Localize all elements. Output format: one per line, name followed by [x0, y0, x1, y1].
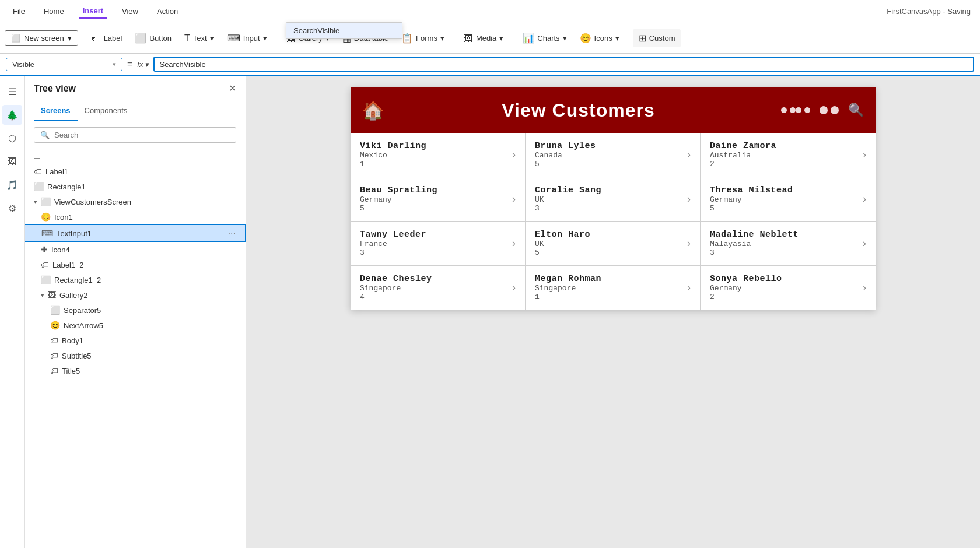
- autocomplete-item[interactable]: SearchVisible: [286, 23, 402, 38]
- dot-6: [831, 106, 839, 114]
- customer-country: Australia: [710, 151, 858, 160]
- label-btn-text: Label: [104, 34, 123, 43]
- home-icon[interactable]: 🏠: [362, 100, 384, 121]
- sidebar-components-icon[interactable]: 🎵: [2, 175, 22, 195]
- menu-action[interactable]: Action: [153, 5, 181, 18]
- customer-cell[interactable]: Beau Spratling Germany 5 ›: [351, 177, 526, 222]
- customer-info: Sonya Rebello Germany 2: [710, 274, 858, 301]
- dot-3: [796, 107, 802, 113]
- formula-fx-group[interactable]: fx ▾: [137, 60, 149, 69]
- customer-arrow-icon: ›: [863, 149, 866, 161]
- rectangle1-2-text: Rectangle1_2: [54, 276, 236, 284]
- customer-number: 2: [710, 293, 858, 301]
- formula-cursor: [968, 59, 968, 69]
- tree-search-box[interactable]: 🔍: [34, 127, 236, 143]
- icons-chevron: ▾: [615, 34, 620, 43]
- app-header-title: View Customers: [384, 100, 773, 121]
- formula-input-container[interactable]: SearchVisible: [153, 57, 974, 72]
- nextarrow5-text: NextArrow5: [64, 321, 236, 330]
- text-btn-text: Text: [193, 34, 207, 43]
- tree-item-viewcustomers[interactable]: ▾ ⬜ ViewCustomersScreen: [24, 194, 246, 209]
- menu-bar: File Home Insert View Action FirstCanvas…: [0, 0, 980, 23]
- forms-button[interactable]: 📋 Forms ▾: [396, 29, 450, 47]
- tree-item-label1-2[interactable]: 🏷 Label1_2: [24, 257, 246, 272]
- customer-cell[interactable]: Viki Darling Mexico 1 ›: [351, 133, 526, 177]
- customer-cell[interactable]: Elton Haro UK 5 ›: [526, 222, 701, 266]
- sidebar-tree-icon[interactable]: 🌲: [2, 105, 22, 125]
- search-header-icon[interactable]: 🔍: [848, 103, 864, 118]
- charts-button[interactable]: 📊 Charts ▾: [517, 29, 572, 47]
- textinput1-more-icon[interactable]: ···: [228, 228, 236, 238]
- customer-cell[interactable]: Daine Zamora Australia 2 ›: [701, 133, 876, 177]
- customer-name: Sonya Rebello: [710, 274, 858, 284]
- tree-tabs: Screens Components: [24, 101, 246, 121]
- sidebar-menu-icon[interactable]: ☰: [2, 82, 22, 101]
- menu-file[interactable]: File: [9, 5, 29, 18]
- customer-arrow-icon: ›: [512, 193, 516, 205]
- menu-home[interactable]: Home: [40, 5, 68, 18]
- customer-country: Singapore: [360, 284, 508, 293]
- customer-name: Coralie Sang: [535, 185, 682, 195]
- icons-button[interactable]: 😊 Icons ▾: [574, 29, 625, 47]
- tree-collapse-row[interactable]: —: [24, 151, 246, 164]
- text-button[interactable]: T Text ▾: [178, 30, 220, 47]
- separator5-icon: ⬜: [50, 305, 60, 315]
- label1-text: Label1: [46, 167, 236, 176]
- formula-fx-chevron: ▾: [145, 60, 149, 69]
- tree-item-gallery2[interactable]: ▾ 🖼 Gallery2: [24, 287, 246, 303]
- customer-cell[interactable]: Thresa Milstead Germany 5 ›: [701, 177, 876, 222]
- tree-item-rectangle1-2[interactable]: ⬜ Rectangle1_2: [24, 272, 246, 287]
- tree-item-icon1[interactable]: 😊 Icon1: [24, 209, 246, 224]
- customer-name: Denae Chesley: [360, 274, 508, 284]
- sidebar-media-icon[interactable]: 🖼: [2, 152, 22, 171]
- tree-close-button[interactable]: ✕: [229, 83, 236, 94]
- new-screen-button[interactable]: ⬜ New screen ▾: [5, 30, 78, 46]
- customer-info: Tawny Leeder France 3: [360, 230, 508, 257]
- customer-cell[interactable]: Megan Rohman Singapore 1 ›: [526, 266, 701, 310]
- customer-arrow-icon: ›: [687, 193, 691, 205]
- sidebar-datasource-icon[interactable]: ⬡: [2, 128, 22, 148]
- menu-insert[interactable]: Insert: [79, 4, 107, 19]
- custom-btn-text: Custom: [649, 34, 676, 43]
- tree-item-body1[interactable]: 🏷 Body1: [24, 333, 246, 348]
- dot-5: [820, 106, 828, 114]
- tab-screens[interactable]: Screens: [34, 101, 78, 121]
- new-screen-icon: ⬜: [11, 34, 20, 43]
- customer-country: Singapore: [535, 284, 682, 293]
- formula-fx-label: fx: [137, 60, 143, 69]
- custom-button[interactable]: ⊞ Custom: [633, 29, 681, 47]
- sidebar-settings-icon[interactable]: ⚙: [2, 198, 22, 218]
- label-button[interactable]: 🏷 Label: [86, 30, 128, 47]
- formula-property[interactable]: Visible ▾: [6, 58, 123, 71]
- media-icon: 🖼: [464, 33, 473, 44]
- media-button[interactable]: 🖼 Media ▾: [458, 30, 509, 47]
- customer-name: Beau Spratling: [360, 185, 508, 195]
- tree-item-rectangle1[interactable]: ⬜ Rectangle1: [24, 179, 246, 194]
- subtitle5-text: Subtitle5: [62, 352, 236, 360]
- tree-content: — 🏷 Label1 ⬜ Rectangle1 ▾ ⬜ ViewCustomer…: [24, 149, 246, 548]
- icon1-text: Icon1: [54, 213, 236, 222]
- autocomplete-dropdown: SearchVisible: [286, 22, 402, 39]
- customer-cell[interactable]: Tawny Leeder France 3 ›: [351, 222, 526, 266]
- button-button[interactable]: ⬜ Button: [129, 29, 177, 47]
- customer-cell[interactable]: Denae Chesley Singapore 4 ›: [351, 266, 526, 310]
- tab-components[interactable]: Components: [78, 101, 135, 121]
- tree-header: Tree view ✕: [24, 76, 246, 101]
- search-input[interactable]: [54, 131, 230, 139]
- customer-cell[interactable]: Coralie Sang UK 3 ›: [526, 177, 701, 222]
- tree-item-nextarrow5[interactable]: 😊 NextArrow5: [24, 318, 246, 333]
- input-button[interactable]: ⌨ Input ▾: [221, 29, 273, 47]
- icon4-text: Icon4: [51, 245, 236, 254]
- customer-cell[interactable]: Sonya Rebello Germany 2 ›: [701, 266, 876, 310]
- tree-item-subtitle5[interactable]: 🏷 Subtitle5: [24, 348, 246, 363]
- tree-item-separator5[interactable]: ⬜ Separator5: [24, 303, 246, 318]
- tree-item-textinput1[interactable]: ⌨ TextInput1 ···: [24, 224, 246, 242]
- tree-item-label1[interactable]: 🏷 Label1: [24, 164, 246, 179]
- gallery2-text: Gallery2: [60, 291, 236, 300]
- customer-cell[interactable]: Madaline Neblett Malayasia 3 ›: [701, 222, 876, 266]
- menu-view[interactable]: View: [118, 5, 142, 18]
- customer-cell[interactable]: Bruna Lyles Canada 5 ›: [526, 133, 701, 177]
- tree-item-icon4[interactable]: ✚ Icon4: [24, 242, 246, 257]
- customer-arrow-icon: ›: [512, 237, 516, 250]
- tree-item-title5[interactable]: 🏷 Title5: [24, 363, 246, 378]
